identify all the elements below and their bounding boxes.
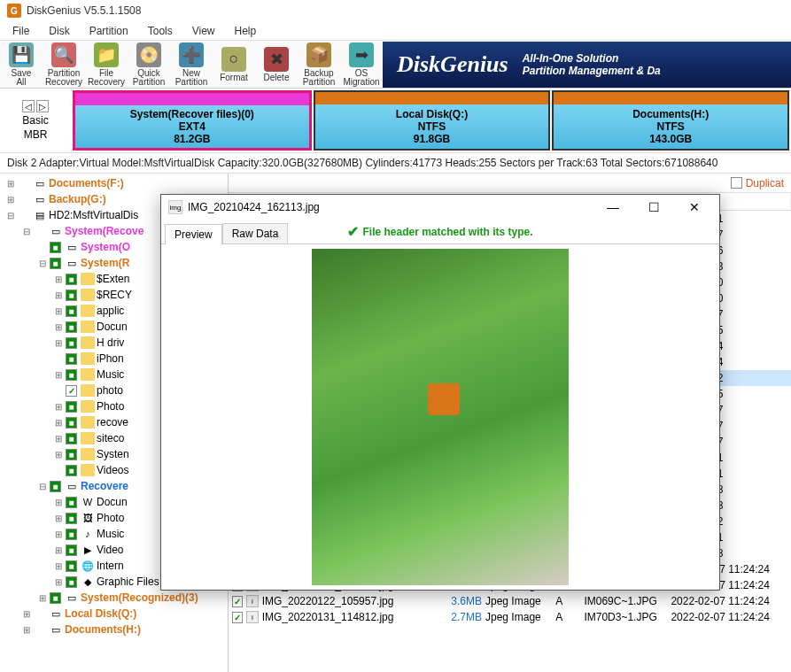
- tree-checkbox[interactable]: ■: [66, 337, 77, 349]
- tree-expander[interactable]: ⊞: [53, 450, 64, 460]
- tree-checkbox[interactable]: ■: [66, 401, 77, 413]
- row-checkbox[interactable]: [232, 596, 243, 607]
- tree-expander[interactable]: ⊞: [53, 561, 64, 571]
- tree-node[interactable]: ⊞■▭System(Recognized)(3): [2, 590, 226, 606]
- tool-backup-partition[interactable]: 📦BackupPartition: [298, 42, 340, 88]
- preview-window[interactable]: img IMG_20210424_162113.jpg — ☐ ✕ Previe…: [160, 194, 720, 591]
- tool-quick-partition[interactable]: 📀QuickPartition: [128, 42, 170, 88]
- tree-expander[interactable]: ⊞: [53, 577, 64, 587]
- tree-checkbox[interactable]: ■: [66, 449, 77, 460]
- tree-expander[interactable]: ⊟: [5, 211, 16, 220]
- tool-delete[interactable]: ✖Delete: [255, 42, 298, 88]
- tree-expander[interactable]: ⊞: [53, 529, 64, 539]
- tree-checkbox[interactable]: ■: [66, 560, 77, 572]
- tree-expander[interactable]: ⊞: [53, 306, 64, 316]
- tab-raw-data[interactable]: Raw Data: [222, 223, 289, 243]
- tree-node[interactable]: ⊞▭Local Disk(Q:): [2, 606, 226, 622]
- tree-expander[interactable]: ⊟: [37, 482, 48, 491]
- tree-icon: ▭: [49, 225, 63, 237]
- check-icon: ✔: [347, 223, 359, 240]
- tree-checkbox[interactable]: ■: [50, 242, 61, 253]
- tool-new-partition[interactable]: ➕NewPartition: [170, 42, 213, 88]
- menu-file[interactable]: File: [4, 23, 38, 39]
- tree-expander[interactable]: ⊟: [37, 259, 48, 268]
- tree-checkbox[interactable]: ■: [66, 545, 77, 556]
- tool-partition-recovery[interactable]: 🔍PartitionRecovery: [43, 42, 85, 88]
- tree-checkbox[interactable]: ■: [66, 529, 77, 540]
- menu-disk[interactable]: Disk: [40, 23, 78, 39]
- preview-titlebar[interactable]: img IMG_20210424_162113.jpg — ☐ ✕: [161, 195, 719, 220]
- menu-help[interactable]: Help: [226, 23, 266, 39]
- tree-expander[interactable]: ⊞: [53, 514, 64, 523]
- tree-expander[interactable]: ⊞: [53, 434, 64, 444]
- tool-os-migration[interactable]: ➡OSMigration: [340, 42, 383, 88]
- file-row[interactable]: iIMG_20220122_105957.jpg3.6MBJpeg ImageA…: [229, 593, 791, 609]
- tree-expander[interactable]: ⊞: [53, 274, 64, 284]
- tree-expander[interactable]: ⊞: [5, 179, 16, 189]
- tree-icon: ▶: [81, 544, 95, 556]
- menu-view[interactable]: View: [183, 23, 224, 39]
- prev-disk-button[interactable]: ◁: [22, 100, 35, 112]
- tree-checkbox[interactable]: ■: [50, 258, 61, 269]
- partition-block[interactable]: Local Disk(Q:)NTFS91.8GB: [314, 90, 551, 151]
- tree-expander[interactable]: ⊞: [53, 402, 64, 412]
- tree-checkbox[interactable]: ■: [66, 290, 77, 301]
- duplicate-filter[interactable]: Duplicat: [724, 177, 791, 189]
- tree-node[interactable]: ⊞▭Documents(F:): [2, 175, 226, 191]
- tree-label: Local Disk(Q:): [65, 607, 136, 620]
- tree-label: Documents(F:): [49, 177, 124, 189]
- tree-expander[interactable]: ⊞: [5, 195, 16, 205]
- tree-checkbox[interactable]: ■: [66, 576, 77, 588]
- tree-expander[interactable]: ⊞: [53, 370, 64, 380]
- tree-checkbox[interactable]: ■: [66, 433, 77, 444]
- tool-label: SaveAll: [12, 69, 32, 87]
- tree-checkbox[interactable]: ■: [66, 465, 77, 476]
- tool-label: Format: [220, 73, 248, 82]
- tree-expander[interactable]: ⊞: [53, 290, 64, 300]
- maximize-button[interactable]: ☐: [636, 195, 671, 220]
- tree-checkbox[interactable]: ■: [66, 321, 77, 333]
- tree-expander[interactable]: ⊞: [53, 498, 64, 507]
- tool-icon: 🔍: [51, 42, 76, 67]
- tree-expander[interactable]: ⊞: [21, 625, 32, 635]
- tree-label: System(O: [81, 241, 130, 253]
- tree-expander[interactable]: ⊞: [53, 545, 64, 555]
- tree-expander[interactable]: ⊟: [21, 227, 32, 236]
- tree-icon: [81, 464, 95, 476]
- menu-tools[interactable]: Tools: [139, 23, 182, 39]
- tree-checkbox[interactable]: ■: [66, 353, 77, 365]
- tree-checkbox[interactable]: ■: [66, 417, 77, 429]
- tree-checkbox[interactable]: ■: [66, 513, 77, 524]
- tree-expander[interactable]: ⊞: [53, 338, 64, 348]
- file-row[interactable]: iIMG_20220131_114812.jpg2.7MBJpeg ImageA…: [229, 609, 791, 625]
- next-disk-button[interactable]: ▷: [36, 100, 49, 112]
- tree-checkbox[interactable]: ■: [66, 274, 77, 285]
- tool-save-all[interactable]: 💾SaveAll: [0, 42, 43, 88]
- tree-icon: 🌐: [81, 560, 95, 572]
- row-checkbox[interactable]: [232, 612, 243, 623]
- tool-label: NewPartition: [175, 69, 208, 87]
- duplicate-checkbox[interactable]: [731, 177, 742, 189]
- tree-expander[interactable]: ⊞: [21, 609, 32, 619]
- tree-checkbox[interactable]: ■: [50, 592, 61, 604]
- app-title: DiskGenius V5.5.1.1508: [27, 4, 141, 17]
- tree-checkbox[interactable]: ■: [66, 497, 77, 508]
- titlebar: G DiskGenius V5.5.1.1508: [0, 0, 791, 21]
- menu-partition[interactable]: Partition: [81, 23, 137, 39]
- tab-preview[interactable]: Preview: [165, 224, 222, 244]
- tree-node[interactable]: ⊞▭Documents(H:): [2, 622, 226, 637]
- tree-expander[interactable]: ⊞: [53, 322, 64, 332]
- tree-checkbox[interactable]: ■: [66, 369, 77, 381]
- tree-checkbox[interactable]: [66, 385, 77, 397]
- tool-file-recovery[interactable]: 📁FileRecovery: [85, 42, 128, 88]
- tool-format[interactable]: ○Format: [213, 42, 255, 88]
- tree-expander[interactable]: ⊞: [53, 418, 64, 428]
- minimize-button[interactable]: —: [595, 195, 631, 220]
- tree-checkbox[interactable]: ■: [50, 481, 61, 492]
- tree-icon: ▭: [33, 177, 47, 189]
- tree-checkbox[interactable]: ■: [66, 305, 77, 317]
- tree-expander[interactable]: ⊞: [37, 593, 48, 603]
- partition-block[interactable]: Documents(H:)NTFS143.0GB: [552, 90, 789, 151]
- close-button[interactable]: ✕: [677, 195, 712, 220]
- partition-block[interactable]: System(Recover files)(0)EXT481.2GB: [73, 90, 312, 151]
